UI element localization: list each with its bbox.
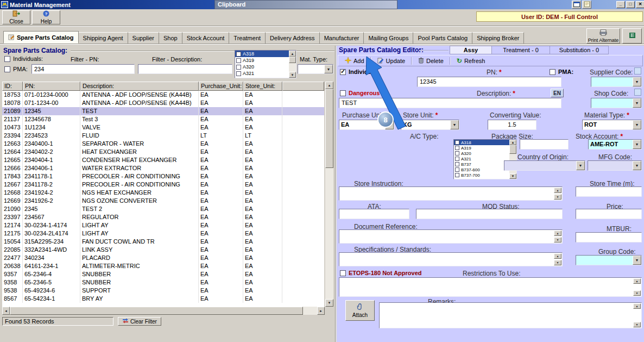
scrollbar-track[interactable] [325,89,333,299]
remarks-input[interactable] [379,302,642,328]
table-hscrollbar[interactable]: ◄ ► [2,307,325,315]
listbox-item-a319[interactable]: A319 [235,57,289,64]
listbox-item-checkbox[interactable] [455,167,459,172]
listbox-item-b737-600[interactable]: B737-600 [454,167,509,172]
column-header[interactable]: Description: [80,82,199,91]
spinner[interactable] [554,188,561,200]
parts-table-row[interactable]: 22477340234PLACARDEAEA [2,254,324,262]
listbox-item-checkbox[interactable] [236,65,241,70]
print-alternate-button[interactable]: Print Alternate [586,28,620,43]
scroll-right-icon[interactable]: ► [317,307,325,315]
stock-account-combo[interactable]: AME-ROT [588,139,642,150]
dropdown-arrow-icon[interactable] [385,120,394,129]
listbox-item-a318[interactable]: A318 [235,51,289,57]
parts-table-row[interactable]: 126642340402-2HEAT EXCHANGEREAEA [2,148,324,156]
listbox-item-checkbox[interactable] [236,71,241,76]
scroll-down-icon[interactable] [633,322,641,327]
spin-up-icon[interactable] [554,188,561,193]
clear-filter-button[interactable]: Clear Filter [118,317,161,326]
parts-table-row[interactable]: 18078071-1234-00ANTENNA - ADF LOOP/SENSE… [2,99,324,107]
parts-table-row[interactable]: 126662340406-1WATER EXTRACTOREAEA [2,164,324,172]
tab-treatment[interactable]: Treatment [229,32,266,43]
material-type-combo[interactable]: ROT [582,120,642,130]
tab-manufacturer[interactable]: Manufacturer [320,32,364,43]
dangerous-checkbox[interactable] [340,90,346,96]
tab-pool-parts-catalog[interactable]: Pool Parts Catalog [413,32,472,43]
purchase-unit-combo[interactable]: EA [339,120,394,130]
scroll-up-icon[interactable] [633,278,641,284]
converting-value-input[interactable]: 1.5 [488,120,536,130]
filter-pn-input[interactable]: 234 [31,64,135,74]
scrollbar-thumb[interactable] [325,89,333,168]
maximize-button[interactable]: □ [626,1,635,8]
shop-code-combo[interactable] [591,98,642,108]
export-button[interactable] [622,28,642,43]
listbox-item-a319[interactable]: A319 [454,145,509,151]
parts-table[interactable]: 18753071-01234-0000ANTENNA - ADF LOOP/SE… [2,91,324,307]
tab-spare-parts-catalog[interactable]: Spare Parts Catalog [3,31,79,43]
parts-table-row[interactable]: 126692341926-2NGS OZONE CONVERTEREAEA [2,197,324,205]
supplier-code-combo[interactable] [591,77,642,87]
listbox-item-checkbox[interactable] [236,58,241,63]
etops-checkbox[interactable] [340,270,346,276]
parts-table-row[interactable]: 935865-2346-5SNUBBEREAEA [2,278,324,287]
table-vscrollbar[interactable]: ▲ ▼ [325,82,333,307]
tab-mailing-groups[interactable]: Mailing Groups [364,32,413,43]
scroll-down-icon[interactable]: ▼ [509,173,516,179]
ac-type-scrollbar[interactable]: ▲ ▼ [509,140,516,179]
scroll-down-icon[interactable]: ▼ [325,299,333,307]
individuals-filter[interactable]: Individuals: [4,55,43,62]
listbox-item-checkbox[interactable] [455,146,459,150]
specifications-input[interactable] [339,252,563,266]
tab-delivery-address[interactable]: Delivery Address [266,32,320,43]
pma-filter[interactable]: PMA: [4,66,28,72]
editor-tab-treatment-0[interactable]: Treatment - 0 [492,46,550,54]
column-header[interactable]: PN: [23,82,80,91]
pma-checkbox[interactable] [4,66,10,72]
help-button[interactable]: ? Help [32,10,60,24]
parts-table-row[interactable]: 22085332A2341-4WDLINK ASSYEAEA [2,246,324,254]
parts-table-row[interactable]: 2108912345TESTEAEA [2,107,324,115]
dropdown-arrow-icon[interactable] [576,161,585,170]
tab-supplier[interactable]: Supplier [128,32,159,43]
parts-table-row[interactable]: 15054315A2295-234FAN DUCT COWL AND TREAE… [2,238,324,246]
etops-row[interactable]: ETOPS-180 Not Approved [340,270,421,276]
listbox-item-checkbox[interactable] [455,173,459,177]
dropdown-arrow-icon[interactable] [633,77,641,86]
mfg-code-combo[interactable] [588,160,642,171]
dropdown-arrow-icon[interactable] [633,161,641,170]
minimize-button[interactable]: _ [616,1,625,8]
country-of-origin-combo[interactable] [504,160,585,171]
scrollbar-track[interactable] [10,307,317,315]
listbox-item-a318[interactable]: A318 [454,140,509,145]
individual-checkbox[interactable] [340,69,346,75]
dropdown-arrow-icon[interactable] [633,140,641,149]
scroll-down-icon[interactable]: ▼ [289,72,296,78]
listbox-item-checkbox[interactable] [236,52,241,57]
parts-table-row[interactable]: 1217530-0234-2L4174LIGHT AYEAEA [2,229,324,238]
pma-editor-checkbox[interactable] [550,69,555,75]
listbox-item-checkbox[interactable] [455,151,459,156]
tab-stock-account[interactable]: Stock Account [182,32,230,43]
individual-checkbox-row[interactable]: Individual: [340,69,378,75]
parts-table-row[interactable]: 2063864161-234-1ALTIMETER-METRICEAEA [2,262,324,270]
mod-status-input[interactable] [416,209,563,219]
tab-shipping-broker[interactable]: Shipping Broker [472,32,524,43]
parts-table-row[interactable]: 23397234567REGULATOREAEA [2,213,324,221]
refresh-button[interactable]: ↻ Refresh [453,57,489,65]
parts-table-row[interactable]: 233942234523FLUIDLTLT [2,132,324,140]
tab-shipping-agent[interactable]: Shipping Agent [79,32,128,43]
ac-filter-scrollbar[interactable]: ▲ ▼ [289,51,296,78]
dropdown-arrow-icon[interactable] [633,98,641,108]
listbox-item-checkbox[interactable] [455,162,459,166]
price-input[interactable] [576,209,642,219]
titlebar-tool-button-2[interactable] [582,1,591,9]
parts-table-row[interactable]: 856765-54234-1BRY AYEAEA [2,295,324,303]
column-header[interactable]: Store_Unit: [243,82,282,91]
dropdown-arrow-icon[interactable] [633,120,641,129]
filter-description-input[interactable] [138,64,232,74]
spinner[interactable] [554,253,561,265]
parts-table-row[interactable]: 126682341924-2NGS HEAT EXCHANGEREAEA [2,189,324,197]
parts-table-row[interactable]: 126652340404-1CONDENSER HEAT EXCHANGEREA… [2,156,324,164]
mat-type-combo[interactable] [298,64,333,74]
